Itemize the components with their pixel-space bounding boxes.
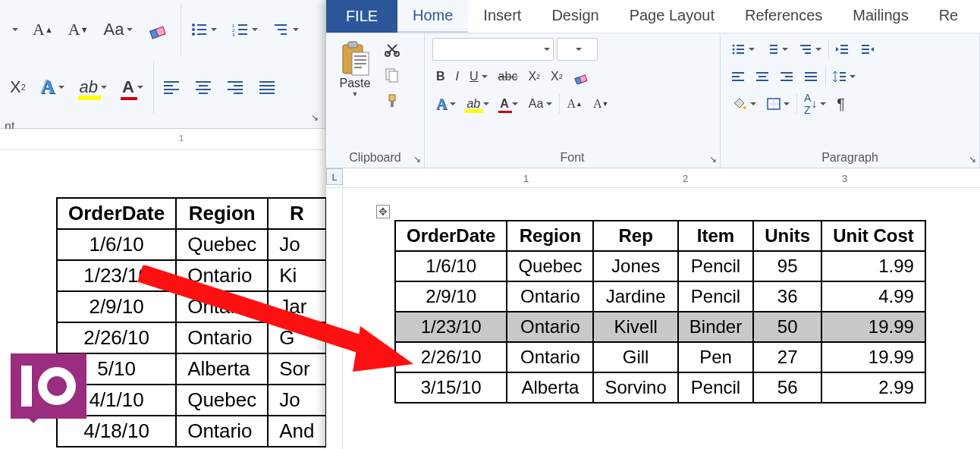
- separator: [828, 39, 829, 59]
- svg-rect-66: [732, 72, 744, 74]
- tab-insert[interactable]: Insert: [468, 0, 536, 33]
- table-row[interactable]: 4/18/10OntarioAnd: [57, 416, 326, 447]
- bullets-button[interactable]: [186, 13, 222, 46]
- superscript-button[interactable]: X2: [547, 65, 567, 88]
- align-left-button[interactable]: [728, 65, 749, 88]
- table-row[interactable]: 5/10AlbertaSor: [57, 353, 326, 385]
- change-case-button[interactable]: Aa: [525, 93, 557, 115]
- multilevel-list-button[interactable]: [268, 13, 304, 46]
- table-row[interactable]: 2/26/10OntarioGillPen2719.99: [395, 342, 925, 372]
- table-header-row: OrderDate Region Rep Item Units Unit Cos…: [395, 221, 925, 251]
- right-table[interactable]: OrderDate Region Rep Item Units Unit Cos…: [394, 220, 926, 403]
- align-right-button[interactable]: [777, 65, 798, 88]
- table-cell: 2/26/10: [395, 342, 507, 372]
- line-spacing-button[interactable]: [829, 65, 859, 88]
- borders-button[interactable]: [763, 93, 793, 115]
- clear-formatting-button[interactable]: [570, 65, 594, 88]
- increase-indent-button[interactable]: [856, 38, 878, 61]
- svg-rect-13: [238, 33, 247, 35]
- table-row[interactable]: 2/9/10OntariJar: [57, 291, 326, 322]
- numbering-button[interactable]: [762, 38, 792, 61]
- shrink-font-button[interactable]: A▼: [63, 13, 94, 46]
- align-right-button[interactable]: [222, 71, 250, 104]
- svg-rect-62: [840, 52, 848, 54]
- underline-button[interactable]: U: [466, 65, 492, 88]
- justify-button[interactable]: [254, 71, 281, 104]
- table-row[interactable]: 4/1/10QuebecJo: [57, 385, 326, 416]
- shading-button[interactable]: [728, 93, 760, 115]
- table-row[interactable]: 1/23/10OntarioKi: [57, 260, 326, 291]
- svg-point-81: [743, 106, 746, 109]
- paragraph-launcher-icon[interactable]: ↘: [969, 154, 976, 165]
- multilevel-list-button[interactable]: [795, 38, 825, 61]
- italic-button[interactable]: I: [452, 65, 463, 88]
- right-ruler[interactable]: L 1 2 3: [326, 168, 980, 188]
- numbering-button[interactable]: 123: [227, 13, 263, 46]
- table-header-row: OrderDate Region R: [57, 198, 326, 229]
- change-case-button[interactable]: Aa: [99, 13, 139, 46]
- clear-formatting-button[interactable]: [143, 13, 176, 46]
- sort-button[interactable]: AZ↓: [800, 93, 830, 115]
- grow-font-button[interactable]: A▲: [563, 93, 586, 115]
- tab-design[interactable]: Design: [536, 0, 614, 33]
- shrink-font-button[interactable]: A▼: [589, 93, 612, 115]
- bold-button[interactable]: B: [432, 65, 449, 88]
- table-row[interactable]: 1/6/10QuebecJonesPencil951.99: [395, 251, 925, 281]
- cut-button[interactable]: [381, 38, 404, 61]
- strikethrough-button[interactable]: abc: [495, 65, 522, 88]
- show-marks-button[interactable]: ¶: [833, 93, 849, 115]
- tab-file[interactable]: FILE: [326, 0, 397, 33]
- svg-point-4: [192, 28, 195, 31]
- table-row[interactable]: 1/6/10QuebecJo: [57, 229, 326, 260]
- tab-page-layout[interactable]: Page Layout: [614, 0, 730, 33]
- grow-font-button[interactable]: A▲: [27, 13, 58, 46]
- align-center-button[interactable]: [752, 65, 774, 88]
- table-cell: 2/26/10: [57, 322, 176, 353]
- text-effects-button[interactable]: A: [432, 93, 460, 115]
- align-center-button[interactable]: [190, 71, 218, 104]
- svg-rect-32: [259, 93, 275, 94]
- font-dropdown[interactable]: [5, 13, 23, 46]
- dialog-launcher-icon[interactable]: ↘: [311, 112, 319, 123]
- bullets-button[interactable]: [728, 38, 759, 61]
- table-row[interactable]: 2/26/10OntarioG: [57, 322, 326, 353]
- superscript-button[interactable]: X2: [5, 71, 31, 104]
- table-row[interactable]: 3/15/10AlbertaSorvinoPencil562.99: [395, 372, 925, 403]
- paste-icon: [340, 40, 370, 77]
- font-family-select[interactable]: [432, 38, 554, 61]
- svg-rect-43: [389, 71, 397, 82]
- paste-button[interactable]: Paste ▼: [334, 38, 376, 100]
- tab-home[interactable]: Home: [397, 0, 468, 33]
- svg-rect-80: [840, 80, 846, 81]
- svg-rect-30: [259, 85, 275, 86]
- col-orderdate: OrderDate: [395, 221, 507, 251]
- highlight-button[interactable]: ab: [74, 71, 112, 104]
- font-size-select[interactable]: [557, 38, 598, 61]
- tab-references[interactable]: References: [730, 0, 837, 33]
- font-color-button[interactable]: A: [117, 71, 149, 104]
- font-color-button[interactable]: A: [496, 93, 522, 115]
- table-move-handle-icon[interactable]: ✥: [376, 205, 390, 218]
- highlight-button[interactable]: ab: [463, 93, 493, 115]
- table-cell: Jo: [268, 229, 325, 260]
- subscript-button[interactable]: X2: [524, 65, 544, 88]
- col-region: Region: [507, 221, 593, 251]
- text-effects-button[interactable]: A: [36, 71, 70, 104]
- font-launcher-icon[interactable]: ↘: [709, 154, 717, 165]
- justify-button[interactable]: [801, 65, 822, 88]
- indent-icon: [860, 44, 874, 55]
- table-row[interactable]: 2/9/10OntarioJardinePencil364.99: [395, 281, 925, 312]
- clipboard-launcher-icon[interactable]: ↘: [413, 154, 421, 165]
- svg-rect-49: [737, 45, 744, 46]
- tab-more[interactable]: Re: [924, 0, 974, 33]
- tab-selector[interactable]: L: [326, 168, 343, 185]
- align-left-button[interactable]: [159, 71, 186, 104]
- left-ruler[interactable]: 1: [0, 129, 326, 150]
- copy-button[interactable]: [381, 64, 404, 86]
- decrease-indent-button[interactable]: [832, 38, 853, 61]
- format-painter-button[interactable]: [381, 89, 404, 112]
- left-table[interactable]: OrderDate Region R 1/6/10QuebecJo1/23/10…: [56, 197, 327, 447]
- table-cell: Quebec: [507, 251, 593, 281]
- tab-mailings[interactable]: Mailings: [837, 0, 923, 33]
- table-row[interactable]: 1/23/10OntarioKivellBinder5019.99: [395, 312, 925, 342]
